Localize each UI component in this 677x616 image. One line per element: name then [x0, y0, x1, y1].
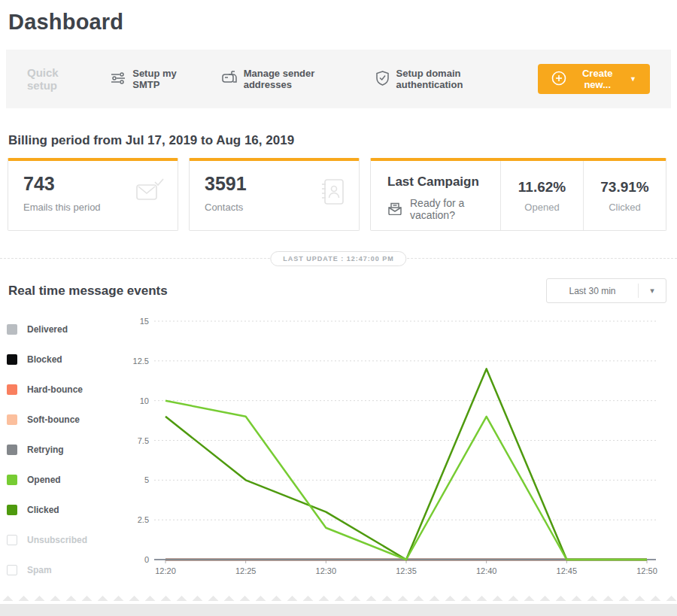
setup-smtp-link[interactable]: Setup my SMTP: [111, 68, 194, 90]
legend-label: Spam: [27, 565, 52, 575]
legend-label: Hard-bounce: [27, 384, 83, 395]
setup-domain-authentication-label: Setup domain authentication: [396, 68, 512, 90]
legend-label: Blocked: [27, 354, 62, 365]
svg-text:12:35: 12:35: [396, 566, 417, 575]
legend-label: Soft-bounce: [27, 414, 80, 425]
svg-text:10: 10: [140, 396, 149, 405]
create-new-button[interactable]: Create new... ▼: [538, 64, 650, 94]
envelope-letter-icon: [387, 202, 402, 217]
svg-text:12:40: 12:40: [476, 566, 497, 575]
contacts-book-icon: [320, 178, 347, 209]
svg-text:12:30: 12:30: [316, 566, 337, 575]
manage-sender-addresses-label: Manage sender addresses: [244, 68, 348, 90]
opened-stat: 11.62% Opened: [500, 161, 583, 230]
sliders-icon: [111, 71, 126, 87]
events-chart: 02.557.51012.51512:2012:2512:3012:3512:4…: [128, 314, 671, 578]
legend-item-delivered[interactable]: Delivered: [7, 324, 128, 335]
chart-legend: DeliveredBlockedHard-bounceSoft-bounceRe…: [0, 314, 128, 595]
legend-item-blocked[interactable]: Blocked: [7, 354, 128, 365]
legend-swatch: [7, 505, 17, 515]
quick-setup-bar: Quick setup Setup my SMTP Manage sender …: [6, 50, 671, 108]
legend-item-spam[interactable]: Spam: [7, 565, 128, 575]
last-campaign-title: Last Campaign: [387, 174, 493, 190]
shield-check-icon: [375, 71, 390, 88]
billing-cards: 743 Emails this period 3591 Contacts Las…: [8, 158, 666, 231]
legend-swatch: [7, 414, 17, 425]
svg-text:12:50: 12:50: [636, 566, 657, 575]
last-campaign-name[interactable]: Ready for a vacation?: [410, 197, 493, 221]
legend-swatch: [7, 475, 17, 485]
legend-swatch: [7, 354, 17, 365]
plus-circle-icon: [551, 71, 566, 88]
svg-text:0: 0: [144, 555, 149, 564]
clicked-value: 73.91%: [600, 179, 648, 196]
svg-text:7.5: 7.5: [138, 436, 149, 445]
manage-sender-addresses-link[interactable]: Manage sender addresses: [222, 68, 348, 90]
setup-smtp-label: Setup my SMTP: [132, 68, 194, 90]
svg-text:12:45: 12:45: [557, 566, 578, 575]
time-range-dropdown[interactable]: Last 30 min ▾: [546, 278, 666, 303]
create-new-label: Create new...: [573, 68, 621, 90]
mailbox-icon: [222, 71, 237, 87]
svg-text:15: 15: [140, 317, 149, 326]
last-update-divider: LAST UPDATE : 12:47:00 PM: [0, 258, 677, 259]
opened-label: Opened: [524, 202, 559, 213]
email-check-icon: [134, 178, 165, 208]
contacts-card: 3591 Contacts: [189, 158, 360, 231]
legend-item-unsubscribed[interactable]: Unsubscribed: [7, 535, 128, 545]
clicked-label: Clicked: [609, 202, 641, 213]
page-title: Dashboard: [8, 10, 677, 35]
setup-domain-authentication-link[interactable]: Setup domain authentication: [375, 68, 512, 90]
realtime-events-title: Real time message events: [8, 284, 168, 299]
legend-label: Retrying: [27, 445, 64, 455]
legend-swatch: [7, 445, 17, 455]
zigzag-edge: [0, 595, 677, 601]
legend-swatch: [7, 535, 17, 545]
quick-setup-label: Quick setup: [27, 66, 83, 92]
last-campaign-card: Last Campaign Ready for a vacation? 11.6…: [370, 158, 666, 231]
legend-swatch: [7, 565, 17, 575]
last-update-badge: LAST UPDATE : 12:47:00 PM: [270, 251, 406, 266]
legend-swatch: [7, 384, 17, 395]
legend-item-opened[interactable]: Opened: [7, 475, 128, 485]
legend-item-clicked[interactable]: Clicked: [7, 505, 128, 515]
svg-text:5: 5: [144, 475, 149, 484]
svg-text:12:20: 12:20: [155, 566, 176, 575]
clicked-stat: 73.91% Clicked: [583, 161, 666, 230]
legend-swatch: [7, 324, 17, 335]
legend-label: Opened: [27, 475, 61, 485]
svg-text:2.5: 2.5: [138, 515, 149, 524]
chevron-down-icon: ▾: [639, 286, 666, 296]
opened-value: 11.62%: [518, 179, 566, 196]
time-range-value: Last 30 min: [547, 286, 638, 296]
chevron-down-icon: ▼: [630, 75, 636, 83]
billing-period-heading: Billing period from Jul 17, 2019 to Aug …: [8, 133, 677, 148]
svg-text:12.5: 12.5: [133, 357, 149, 366]
legend-label: Delivered: [27, 324, 68, 335]
legend-item-retrying[interactable]: Retrying: [7, 445, 128, 455]
legend-label: Unsubscribed: [27, 535, 87, 545]
torn-edge-footer: [0, 590, 677, 616]
svg-text:12:25: 12:25: [235, 566, 257, 575]
legend-item-soft-bounce[interactable]: Soft-bounce: [7, 414, 128, 425]
legend-item-hard-bounce[interactable]: Hard-bounce: [7, 384, 128, 395]
last-campaign-main: Last Campaign Ready for a vacation?: [371, 161, 500, 230]
emails-card: 743 Emails this period: [8, 158, 178, 231]
legend-label: Clicked: [27, 505, 59, 515]
events-chart-section: DeliveredBlockedHard-bounceSoft-bounceRe…: [0, 314, 677, 595]
